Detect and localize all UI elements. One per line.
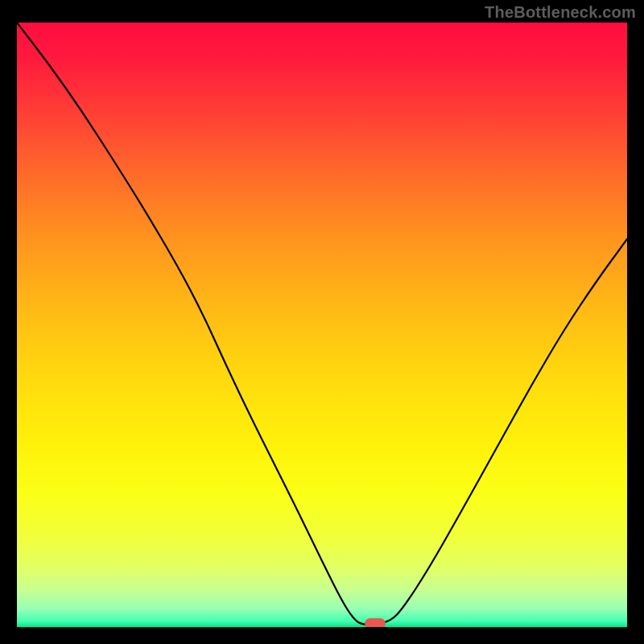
watermark-label: TheBottleneck.com — [485, 3, 636, 22]
curve-layer — [17, 23, 627, 627]
plot-area — [17, 23, 627, 627]
chart-frame: TheBottleneck.com — [0, 0, 644, 644]
bottleneck-curve — [17, 23, 627, 625]
optimum-marker — [365, 618, 386, 627]
